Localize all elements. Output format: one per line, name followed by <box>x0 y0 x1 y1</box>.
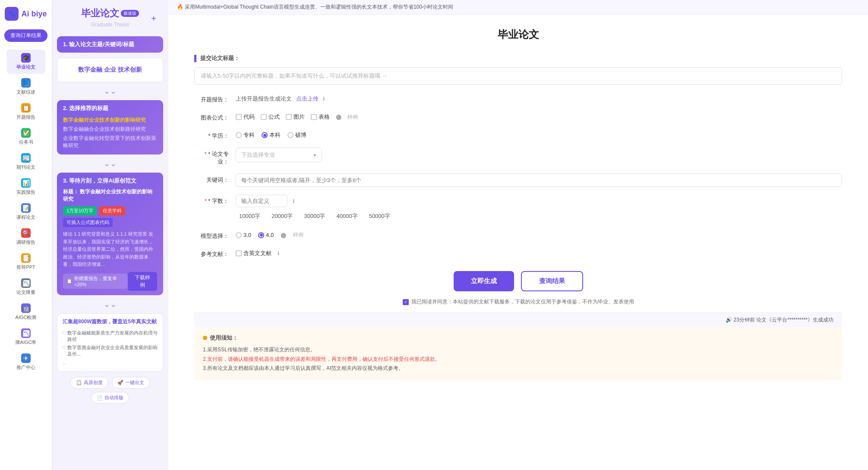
kaiti-text: 上传开题报告生成论文 <box>236 95 292 103</box>
wordcount-info-icon[interactable]: ℹ <box>293 198 295 204</box>
reduce-icon: 📉 <box>21 278 31 288</box>
db-title: 汇集超800W篇数据，覆盖近5年真实文献 <box>63 318 158 325</box>
tool-oneclick[interactable]: 🚀 一键出文 <box>112 377 150 388</box>
word-option-50000[interactable]: 50000字 <box>366 211 394 222</box>
formula-label: 公式 <box>268 113 280 121</box>
tool-originality[interactable]: 📋 高原创度 <box>70 377 108 388</box>
zhuanke-radio[interactable] <box>236 132 242 138</box>
sidebar-item-aigc[interactable]: 🤖 AIGC检测 <box>6 300 45 324</box>
literature-icon: 📘 <box>21 78 31 88</box>
kaiti-control: 上传开题报告生成论文 点击上传 ℹ <box>236 93 842 103</box>
proposal-icon: 📋 <box>21 103 31 113</box>
sidebar-item-label: 降AIGC率 <box>16 339 37 346</box>
word-option-40000[interactable]: 40000字 <box>333 211 361 222</box>
chart-code[interactable]: 代码 <box>236 113 255 121</box>
sidebar-item-label: 调研报告 <box>16 239 35 246</box>
word-option-10000[interactable]: 10000字 <box>236 211 264 222</box>
table-checkbox[interactable] <box>311 114 317 120</box>
chevron-down-icon-2: ⌄⌄ <box>57 160 163 167</box>
middle-panel: 毕业论文 极速版 Graduate Thesis + 1. 输入论文主题/关键词… <box>52 0 168 470</box>
sidebar-item-label: 答辩PPT <box>16 264 35 271</box>
keywords-control <box>236 173 842 187</box>
middle-header: 毕业论文 极速版 <box>57 7 163 20</box>
sidebar-item-ppt[interactable]: 📑 答辩PPT <box>6 250 45 274</box>
radio-shuobo[interactable]: 硕博 <box>287 131 306 139</box>
kaiti-upload[interactable]: 点击上传 <box>296 95 319 103</box>
chart-formula[interactable]: 公式 <box>261 113 280 121</box>
education-label: * 学历： <box>194 129 229 140</box>
practice-icon: 📊 <box>21 178 31 188</box>
submit-label-text: 提交论文标题： <box>200 54 240 62</box>
model-label: 模型选择： <box>194 230 229 240</box>
sidebar-item-task[interactable]: ✅ 任务书 <box>6 125 45 149</box>
step1-keywords: 数字金融 企业 技术创新 <box>63 63 158 77</box>
download-sample-button[interactable]: 下载样例 <box>128 272 157 291</box>
major-select[interactable]: 下拉选择专业 ▾ <box>236 148 322 162</box>
suggestion-item-1[interactable]: 数字金融融合企业技术创新路径研究 <box>63 125 157 134</box>
sidebar-item-research[interactable]: 🔍 调研报告 <box>6 225 45 249</box>
kaiti-info-icon[interactable]: ℹ <box>323 96 325 102</box>
tool-layout[interactable]: 📄 自动排版 <box>91 392 129 404</box>
formula-checkbox[interactable] <box>261 114 267 120</box>
tips-title: 使用须知： <box>203 334 833 342</box>
major-placeholder: 下拉选择专业 <box>241 151 275 159</box>
model-40-radio[interactable] <box>258 232 264 238</box>
query-result-button[interactable]: 查询结果 <box>521 271 583 291</box>
bottom-tools: 📋 高原创度 🚀 一键出文 📄 自动排版 <box>57 377 163 404</box>
image-label: 图片 <box>294 113 305 121</box>
course-icon: 📝 <box>21 203 31 213</box>
ref-checkbox[interactable] <box>236 250 242 256</box>
chart-image[interactable]: 图片 <box>286 113 305 121</box>
outline-content: 绪论 1.1 研究背景和意义 1.1.1 研究背景 改革开放以来，我国实现了经济… <box>63 230 157 268</box>
kaiti-row: 开题报告： 上传开题报告生成论文 点击上传 ℹ <box>194 93 842 104</box>
sidebar-item-practice[interactable]: 📊 实践报告 <box>6 175 45 199</box>
suggestion-item-2[interactable]: 企业数字金融化转型背景下的技术创新策略研究 <box>63 134 157 150</box>
submit-button[interactable]: 立即生成 <box>454 271 514 291</box>
wordcount-row: * 字数： ℹ 10000字 20000字 30000字 40000字 5000… <box>194 195 842 222</box>
add-button[interactable]: + <box>151 14 156 24</box>
shuobo-radio[interactable] <box>287 132 294 138</box>
sidebar-item-journal[interactable]: 📰 期刊论文 <box>6 150 45 174</box>
chart-table[interactable]: 表格 <box>311 113 330 121</box>
sidebar-item-label: 文献综述 <box>16 89 35 95</box>
sidebar-item-reduce[interactable]: 📉 论文降重 <box>6 275 45 299</box>
reduce-aigc-icon: 📉 <box>21 328 31 338</box>
word-option-20000[interactable]: 20000字 <box>268 211 296 222</box>
suggestion-item-0[interactable]: 数字金融对企业技术创新的影响研究 <box>63 116 157 125</box>
sidebar-item-promote[interactable]: ✈ 推广中心 <box>6 350 45 374</box>
radio-benke[interactable]: 本科 <box>262 131 281 139</box>
radio-zhuanke[interactable]: 专科 <box>236 131 255 139</box>
radio-model-30[interactable]: 3.0 <box>236 232 251 238</box>
image-checkbox[interactable] <box>286 114 292 120</box>
ref-info-icon[interactable]: ℹ <box>278 250 280 256</box>
code-checkbox[interactable] <box>236 114 242 120</box>
note-text: 附赠重报告，重复率<20% <box>74 275 124 287</box>
word-count-custom-input[interactable] <box>236 195 287 207</box>
model-info-icon[interactable]: ⬤ <box>281 232 286 238</box>
middle-title: 毕业论文 <box>81 7 119 20</box>
chart-info-icon[interactable]: ⬤ <box>336 114 341 120</box>
ref-control: 含英文文献 ℹ <box>236 248 842 257</box>
sidebar-item-thesis[interactable]: 🎓 毕业论文 <box>6 50 45 74</box>
sidebar-item-label: 论文降重 <box>16 289 35 296</box>
sidebar-item-label: 推广中心 <box>16 364 35 371</box>
word-option-30000[interactable]: 30000字 <box>300 211 328 222</box>
sidebar-item-reduce-aigc[interactable]: 📉 降AIGC率 <box>6 325 45 349</box>
keywords-input[interactable] <box>236 173 842 187</box>
tips-dot-icon <box>203 336 207 340</box>
model-30-radio[interactable] <box>236 232 242 238</box>
agree-checkbox[interactable] <box>403 299 409 305</box>
query-order-button[interactable]: 查询订单结果 <box>4 29 47 42</box>
sidebar-item-course[interactable]: 📝 课程论文 <box>6 200 45 224</box>
wordcount-control: ℹ 10000字 20000字 30000字 40000字 50000字 <box>236 195 842 222</box>
main-content: 🔥 采用Multimodal+Global Thought Chain语言模型生… <box>168 0 868 470</box>
radio-model-40[interactable]: 4.0 <box>258 232 274 238</box>
ref-english[interactable]: 含英文文献 <box>236 249 271 257</box>
sidebar-item-label: 开题报告 <box>16 114 35 120</box>
notification-bar: 🔊 23分钟前 论文《云平台**********》生成成功 <box>194 312 842 327</box>
logo-icon: 🐾 <box>5 7 19 21</box>
sidebar-item-proposal[interactable]: 📋 开题报告 <box>6 100 45 124</box>
title-input-wrapper[interactable]: 请输入5-50字以内的完整标题，如果不知道写什么，可以试试推荐标题哦 → <box>194 67 842 85</box>
sidebar-item-literature[interactable]: 📘 文献综述 <box>6 75 45 99</box>
benke-radio[interactable] <box>262 132 268 138</box>
